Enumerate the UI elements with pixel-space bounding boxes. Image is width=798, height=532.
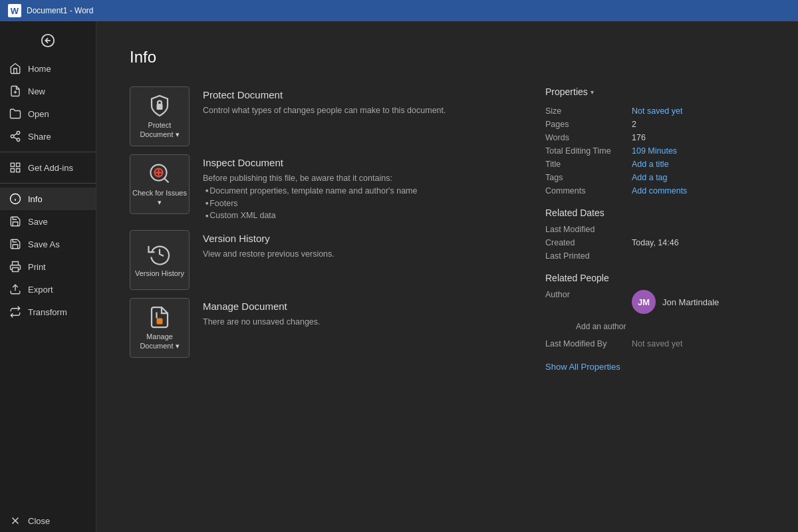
manage-document-title: Manage Document bbox=[203, 301, 505, 312]
manage-document-desc: There are no unsaved changes. bbox=[203, 316, 505, 329]
author-block: JM Jon Martindale bbox=[632, 290, 719, 317]
sidebar-transform-label: Transform bbox=[28, 307, 67, 317]
sidebar-item-transform[interactable]: Transform bbox=[0, 301, 96, 323]
sidebar-item-save-as[interactable]: Save As bbox=[0, 233, 96, 255]
prop-row-size: Size Not saved yet bbox=[545, 106, 765, 116]
prop-value-pages: 2 bbox=[632, 120, 636, 129]
sidebar-item-new[interactable]: New bbox=[0, 80, 96, 102]
svg-point-5 bbox=[11, 135, 14, 138]
prop-label-editing-time: Total Editing Time bbox=[545, 146, 632, 156]
prop-label-author: Author bbox=[545, 290, 632, 317]
inspect-document-button[interactable]: Check for Issues ▾ bbox=[130, 154, 190, 214]
prop-label-words: Words bbox=[545, 133, 632, 142]
back-arrow-icon bbox=[41, 33, 55, 48]
prop-row-last-modified: Last Modified bbox=[545, 225, 765, 234]
info-icon bbox=[9, 193, 21, 205]
svg-point-6 bbox=[17, 138, 20, 142]
inspect-document-desc: Before publishing this file, be aware th… bbox=[203, 172, 505, 222]
prop-row-comments: Comments Add comments bbox=[545, 186, 765, 196]
window-title: Document1 - Word bbox=[27, 6, 93, 15]
prop-row-author: Author JM Jon Martindale bbox=[545, 290, 765, 317]
properties-title: Properties bbox=[545, 86, 588, 97]
sidebar-export-label: Export bbox=[28, 285, 53, 295]
sidebar-add-ins-label: Get Add-ins bbox=[28, 163, 73, 173]
sidebar-item-export[interactable]: Export bbox=[0, 278, 96, 301]
sidebar-item-print[interactable]: Print bbox=[0, 255, 96, 278]
prop-label-last-printed: Last Printed bbox=[545, 251, 632, 261]
version-history-title: Version History bbox=[203, 233, 505, 244]
prop-value-created: Today, 14:46 bbox=[632, 238, 679, 247]
prop-label-comments: Comments bbox=[545, 186, 632, 196]
app-body: Home New Open Sha bbox=[0, 21, 798, 532]
manage-document-button[interactable]: Manage Document ▾ bbox=[130, 298, 190, 358]
prop-value-editing-time: 109 Minutes bbox=[632, 146, 677, 156]
version-history-info: Version History View and restore previou… bbox=[203, 230, 505, 261]
close-icon bbox=[9, 515, 21, 527]
protect-document-icon bbox=[148, 94, 172, 118]
manage-document-item: Manage Document ▾ Manage Document There … bbox=[130, 298, 505, 358]
prop-value-tags[interactable]: Add a tag bbox=[632, 173, 668, 182]
version-history-item: Version History Version History View and… bbox=[130, 230, 505, 290]
prop-value-title[interactable]: Add a title bbox=[632, 160, 669, 169]
prop-value-last-modified-by: Not saved yet bbox=[632, 339, 682, 348]
list-item: Footers bbox=[205, 198, 505, 210]
prop-value-size: Not saved yet bbox=[632, 106, 682, 116]
version-history-button[interactable]: Version History bbox=[130, 230, 190, 290]
prop-label-tags: Tags bbox=[545, 173, 632, 182]
related-dates-header: Related Dates bbox=[545, 207, 765, 218]
sidebar-item-open[interactable]: Open bbox=[0, 102, 96, 125]
sidebar-info-label: Info bbox=[28, 194, 43, 204]
protect-document-button[interactable]: Protect Document ▾ bbox=[130, 86, 190, 146]
sidebar-home-label: Home bbox=[28, 64, 51, 74]
show-all-properties-link[interactable]: Show All Properties bbox=[545, 362, 620, 372]
protect-document-item: Protect Document ▾ Protect Document Cont… bbox=[130, 86, 505, 146]
svg-point-21 bbox=[158, 100, 162, 104]
properties-chevron-icon: ▾ bbox=[591, 88, 594, 96]
page-title: Info bbox=[130, 48, 765, 66]
add-ins-icon bbox=[9, 162, 21, 174]
svg-rect-9 bbox=[11, 163, 14, 166]
properties-column: Properties ▾ Size Not saved yet Pages 2 … bbox=[545, 86, 765, 372]
svg-rect-16 bbox=[13, 268, 19, 272]
svg-rect-10 bbox=[17, 163, 20, 166]
prop-row-editing-time: Total Editing Time 109 Minutes bbox=[545, 146, 765, 156]
main-content: Info Protect Document ▾ Protect bbox=[96, 21, 798, 532]
prop-label-size: Size bbox=[545, 106, 632, 116]
sidebar-share-label: Share bbox=[28, 132, 51, 142]
back-button[interactable] bbox=[0, 27, 96, 55]
share-icon bbox=[9, 130, 21, 142]
print-icon bbox=[9, 261, 21, 273]
author-avatar: JM bbox=[632, 290, 656, 314]
sidebar-save-as-label: Save As bbox=[28, 239, 60, 249]
protect-document-info: Protect Document Control what types of c… bbox=[203, 86, 505, 117]
version-history-icon-label: Version History bbox=[135, 269, 184, 278]
author-name: Jon Martindale bbox=[662, 297, 719, 307]
sidebar-item-save[interactable]: Save bbox=[0, 210, 96, 233]
prop-value-words: 176 bbox=[632, 133, 646, 142]
save-as-icon bbox=[9, 238, 21, 250]
prop-label-title: Title bbox=[545, 160, 632, 169]
version-history-desc: View and restore previous versions. bbox=[203, 248, 505, 261]
sidebar-divider bbox=[0, 152, 96, 152]
prop-label-last-modified: Last Modified bbox=[545, 225, 632, 234]
prop-value-comments[interactable]: Add comments bbox=[632, 186, 687, 196]
sidebar-item-share[interactable]: Share bbox=[0, 125, 96, 148]
inspect-document-title: Inspect Document bbox=[203, 157, 505, 168]
sidebar-new-label: New bbox=[28, 86, 45, 96]
svg-rect-11 bbox=[17, 169, 20, 172]
properties-header: Properties ▾ bbox=[545, 86, 765, 97]
prop-row-last-printed: Last Printed bbox=[545, 251, 765, 261]
word-app-icon: W bbox=[8, 4, 21, 17]
sidebar-item-close[interactable]: Close bbox=[0, 509, 96, 532]
prop-label-pages: Pages bbox=[545, 120, 632, 129]
inspect-document-icon-label: Check for Issues ▾ bbox=[130, 188, 189, 207]
svg-line-7 bbox=[13, 137, 17, 139]
add-author-link[interactable]: Add an author bbox=[576, 322, 765, 331]
save-icon bbox=[9, 215, 21, 227]
sidebar-item-home[interactable]: Home bbox=[0, 57, 96, 80]
sidebar-item-info[interactable]: Info bbox=[0, 188, 96, 210]
protect-document-desc: Control what types of changes people can… bbox=[203, 104, 505, 117]
svg-line-23 bbox=[164, 178, 169, 183]
protect-document-title: Protect Document bbox=[203, 89, 505, 100]
sidebar-item-get-add-ins[interactable]: Get Add-ins bbox=[0, 156, 96, 179]
